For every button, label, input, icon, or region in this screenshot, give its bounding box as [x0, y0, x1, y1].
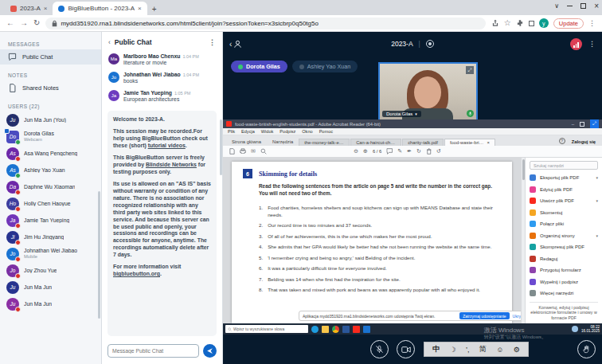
- speaker-badge[interactable]: Ashley Yao Xuan: [292, 61, 358, 72]
- record-indicator-icon[interactable]: [426, 40, 434, 48]
- user-list-item[interactable]: Ju Jun Ma Jun: [0, 296, 101, 312]
- back-icon[interactable]: ←: [6, 19, 14, 27]
- mail-icon[interactable]: ✉: [251, 148, 256, 155]
- webcam-fullscreen-icon[interactable]: ⤢: [466, 66, 474, 74]
- menu-item[interactable]: Okno: [302, 129, 312, 134]
- document-tab[interactable]: charity-talk.pdf: [402, 139, 444, 146]
- user-list-item[interactable]: As Asa Wang Pengcheng: [0, 145, 101, 162]
- print-icon[interactable]: [240, 148, 246, 155]
- sign-icon[interactable]: ✒: [407, 148, 412, 155]
- tab-home[interactable]: Strona główna: [226, 139, 267, 146]
- user-list-item[interactable]: Ji Jim Hu Jingyang: [0, 229, 101, 245]
- new-tab-button[interactable]: +: [152, 5, 157, 14]
- pdf-document-area[interactable]: 6 Skimming for details Read the followin…: [223, 158, 521, 323]
- delete-pages-icon[interactable]: [426, 148, 432, 155]
- tab-search-icon[interactable]: ∨: [554, 2, 559, 10]
- user-list-item[interactable]: Da Daphne Wu Xiaoman: [0, 178, 101, 195]
- webcam-button[interactable]: [397, 340, 415, 358]
- bigbluebutton-org-link[interactable]: bigbluebutton.org: [113, 271, 160, 276]
- menu-item[interactable]: Podpisz: [280, 129, 295, 134]
- user-list-item[interactable]: As Ashley Yao Xuan: [0, 162, 101, 178]
- unmute-button[interactable]: [370, 340, 389, 358]
- save-icon[interactable]: [229, 148, 235, 155]
- hide-share-bar-button[interactable]: Ukryj: [513, 314, 521, 319]
- tool-comment[interactable]: Skomentuj: [530, 207, 598, 219]
- refresh-icon[interactable]: ↻: [33, 19, 40, 27]
- menu-item[interactable]: Pomoc: [319, 129, 333, 134]
- help-icon[interactable]: ?: [559, 138, 565, 144]
- chat-scrollbar[interactable]: [220, 119, 222, 175]
- taskbar-chrome-icon[interactable]: [332, 326, 339, 333]
- taskbar-clock[interactable]: 08:22 16.01.2025: [581, 325, 600, 334]
- document-tab[interactable]: the-money-talk-es...: [299, 139, 350, 146]
- ime-mode-icon[interactable]: 中: [432, 344, 440, 354]
- sidebar-item-shared-notes[interactable]: Shared Notes: [0, 80, 101, 96]
- undo-icon[interactable]: ↺: [436, 148, 441, 155]
- taskbar-explorer-icon[interactable]: [322, 326, 329, 333]
- pen-icon[interactable]: ✎: [397, 148, 402, 155]
- ime-punct-icon[interactable]: ’,: [466, 346, 470, 354]
- window-minimize-button[interactable]: [567, 6, 573, 6]
- users-scrollbar[interactable]: [98, 191, 100, 319]
- tab-close-icon[interactable]: ×: [138, 5, 142, 12]
- options-menu-icon[interactable]: ⋮: [588, 40, 596, 48]
- presentation-fullscreen-icon[interactable]: ⤢: [590, 119, 599, 128]
- ime-language-bar[interactable]: 中 ☽ ’, 简 ☺ ⚙: [424, 342, 529, 357]
- tool-create-pdf[interactable]: Utwórz plik PDF▾: [530, 195, 598, 207]
- user-list-item[interactable]: Ja Jamie Tan Yueping: [0, 212, 101, 229]
- ime-settings-icon[interactable]: ⚙: [514, 346, 520, 354]
- taskbar-word-icon[interactable]: [342, 326, 350, 333]
- tutorial-videos-link[interactable]: tutorial videos: [148, 143, 186, 148]
- tool-redact[interactable]: Redaguj: [530, 253, 598, 265]
- window-close-button[interactable]: ×: [594, 2, 599, 10]
- sign-in-link[interactable]: Zaloguj się: [569, 139, 599, 146]
- browser-tab-active[interactable]: BigBlueButton - 2023-A ×: [53, 2, 147, 15]
- menu-item[interactable]: Widok: [261, 129, 274, 134]
- tool-export-pdf[interactable]: Eksportuj plik PDF▾: [530, 172, 598, 184]
- tool-compress-pdf[interactable]: Skompresuj plik PDF: [530, 241, 598, 253]
- taskbar-search-input[interactable]: Wpisz tu wyszukiwane słowa: [225, 325, 308, 333]
- acrobat-minimize-button[interactable]: –: [572, 122, 574, 127]
- ime-fullhalf-icon[interactable]: ☽: [450, 346, 456, 354]
- forward-icon[interactable]: →: [20, 19, 28, 27]
- tool-more-tools[interactable]: Więcej narzędzi: [530, 288, 598, 299]
- taskbar-edge-icon[interactable]: [311, 326, 319, 333]
- pdf-scrollbar[interactable]: [521, 158, 525, 323]
- taskbar-acrobat-icon[interactable]: [353, 326, 360, 333]
- ime-simplified-icon[interactable]: 简: [479, 344, 487, 354]
- document-tab[interactable]: Can-a-haircut-chan...: [350, 139, 401, 146]
- browser-menu-icon[interactable]: ⋮: [588, 19, 596, 27]
- ime-emoji-icon[interactable]: ☺: [496, 346, 503, 354]
- find-icon[interactable]: [260, 148, 267, 155]
- share-icon[interactable]: [491, 19, 499, 27]
- taskbar-app-icon[interactable]: [363, 326, 370, 333]
- extensions-icon[interactable]: [516, 19, 524, 27]
- tool-prepare-form[interactable]: Przygotuj formularz: [530, 264, 598, 276]
- user-list-item[interactable]: Jo Johnathan Wei JiabaoMobile: [0, 245, 101, 262]
- tools-search-input[interactable]: Szukaj narzędzi: [530, 161, 598, 170]
- user-list-item[interactable]: Ju Jun Ma Jun: [0, 279, 101, 296]
- chat-back-icon[interactable]: ‹: [108, 38, 111, 46]
- tab-tools[interactable]: Narzędzia: [267, 139, 299, 146]
- sidebar-item-public-chat[interactable]: Public Chat: [0, 49, 101, 65]
- browser-tab-inactive[interactable]: 2023-A ×: [5, 2, 53, 15]
- stop-sharing-button[interactable]: Zatrzymaj udostępnianie: [459, 312, 509, 319]
- blindside-networks-link[interactable]: Blindside Networks: [146, 162, 197, 167]
- user-list-item[interactable]: Do Dorota GilasWebcam: [0, 128, 101, 145]
- user-list-item[interactable]: Jo Joy Zhou Yue: [0, 262, 101, 279]
- active-speaker-badge[interactable]: Dorota Gilas: [231, 61, 287, 72]
- comment-icon[interactable]: [386, 148, 393, 155]
- webcam-video[interactable]: ⤢ Dorota Gilas▾: [378, 62, 478, 121]
- menu-item[interactable]: Edycja: [241, 129, 255, 134]
- tool-fill-sign[interactable]: Wypełnij i podpisz: [530, 276, 598, 288]
- menu-item[interactable]: Plik: [228, 129, 235, 134]
- update-button[interactable]: Update: [553, 18, 584, 29]
- raise-hand-button[interactable]: [577, 340, 596, 358]
- document-tab-active[interactable]: food-waste-british ...×: [444, 139, 495, 146]
- page-indicator[interactable]: 6 / 6: [373, 149, 381, 154]
- webcam-name-label[interactable]: Dorota Gilas▾: [382, 111, 421, 117]
- connection-status-button[interactable]: [570, 38, 582, 50]
- user-list-item[interactable]: Ju Jun Ma Jun (You): [0, 112, 101, 128]
- tool-organize-pages[interactable]: Organizuj strony▾: [530, 230, 598, 242]
- acrobat-maximize-button[interactable]: [580, 122, 584, 127]
